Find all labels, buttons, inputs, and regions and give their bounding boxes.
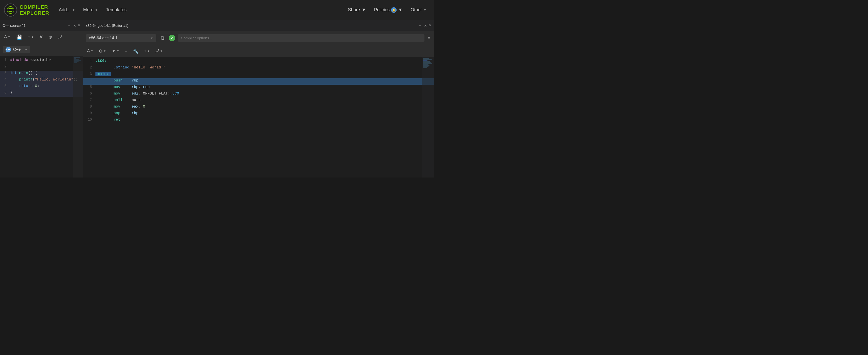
table-row: 2 .string "Hello, World!" xyxy=(83,65,434,72)
open-in-new-tab-button[interactable]: ⧉ xyxy=(159,34,166,42)
other-caret-icon: ▼ xyxy=(424,8,427,12)
table-row: 5 mov rbp, rsp xyxy=(83,85,434,91)
line-number: 5 xyxy=(0,84,10,88)
table-row: 8 mov eax, 0 xyxy=(83,104,434,111)
more-menu-button[interactable]: More ▼ xyxy=(80,5,101,14)
table-row: 6 mov edi, OFFSET FLAT:.LC0 xyxy=(83,91,434,98)
font-label: A xyxy=(87,48,90,54)
table-row: 9 pop rbp xyxy=(83,111,434,117)
line-number: 3 xyxy=(0,71,10,75)
line-content: mov eax, 0 xyxy=(95,105,145,109)
compiler-options-expand-button[interactable]: ▼ xyxy=(427,36,431,40)
share-button[interactable]: Share ▼ xyxy=(344,5,369,14)
language-selector-bar: C++ C++ ▼ xyxy=(0,43,83,56)
add-toolbar-caret-icon: ▼ xyxy=(31,36,34,38)
editor-pane-title: C++ source #1 xyxy=(2,24,66,28)
pin-button[interactable]: 🖊 xyxy=(57,34,64,40)
compiler-pencil-icon[interactable]: ✏ xyxy=(419,23,421,28)
asm-add-button[interactable]: + ▼ xyxy=(143,47,151,55)
table-row: 10 ret xyxy=(83,117,434,124)
asm-lines: 1 .LC0: 2 .string "Hello, World!" 3 main… xyxy=(83,57,434,126)
bell-notification-icon: 🔔 xyxy=(391,7,397,13)
add-menu-button[interactable]: Add... ▼ xyxy=(55,5,79,14)
filter-caret-icon: ▼ xyxy=(117,50,119,52)
line-content: } xyxy=(10,91,12,95)
save-file-button[interactable]: 💾 xyxy=(15,33,23,41)
font-caret-icon: ▼ xyxy=(8,36,10,38)
policies-button[interactable]: Policies 🔔 ▼ xyxy=(370,5,406,15)
line-content: push rbp xyxy=(95,78,138,83)
vim-mode-button[interactable]: V xyxy=(38,34,44,40)
compiler-options-input[interactable] xyxy=(178,34,425,42)
line-content: main: xyxy=(95,72,111,76)
asm-settings-button[interactable]: ⚙ ▼ xyxy=(97,47,107,55)
asm-view-button[interactable]: ≡ xyxy=(123,47,129,55)
table-row: 2 xyxy=(0,64,83,71)
compiler-close-button[interactable]: ✕ xyxy=(424,23,427,28)
checkmark-icon: ✓ xyxy=(171,36,173,40)
pin-icon: 🖊 xyxy=(155,49,159,54)
table-row: 7 call puts xyxy=(83,98,434,104)
compiler-selector[interactable]: x86-64 gcc 14.1 ▼ xyxy=(86,34,156,42)
editor-close-button[interactable]: ✕ xyxy=(73,23,76,28)
line-content: ret xyxy=(95,117,120,122)
asm-wrench-button[interactable]: 🔧 xyxy=(131,47,140,55)
line-number: 1 xyxy=(83,59,95,63)
wrap-lines-button[interactable]: ⊕ xyxy=(47,33,54,41)
editor-maximize-button[interactable]: ⧉ xyxy=(78,24,80,27)
line-number: 10 xyxy=(83,117,95,121)
navbar: COMPILEREXPLORER .logo-area .logo-text .… xyxy=(0,0,434,20)
pin-caret-icon: ▼ xyxy=(160,50,163,52)
templates-label: Templates xyxy=(106,7,127,12)
wrap-icon: ⊕ xyxy=(49,34,52,40)
settings-caret-icon: ▼ xyxy=(103,50,106,52)
asm-font-size-button[interactable]: A ▼ xyxy=(85,47,95,55)
add-icon: + xyxy=(144,48,147,54)
table-row: 5 return 0; xyxy=(0,84,83,90)
compiler-toolbar: A ▼ ⚙ ▼ ▼ ▼ ≡ 🔧 + ▼ 🖊 ▼ xyxy=(83,45,434,57)
line-number: 5 xyxy=(83,85,95,89)
editor-title-bar: C++ source #1 ✏ ✕ ⧉ xyxy=(0,20,83,31)
font-label: A xyxy=(4,34,7,40)
asm-pin-button[interactable]: 🖊 ▼ xyxy=(154,48,164,55)
font-size-button[interactable]: A ▼ xyxy=(2,33,12,41)
editor-pencil-icon[interactable]: ✏ xyxy=(68,23,70,28)
add-button[interactable]: + ▼ xyxy=(26,33,35,41)
more-label: More xyxy=(83,7,93,12)
asm-filter-button[interactable]: ▼ ▼ xyxy=(110,47,121,55)
table-row: 6 } xyxy=(0,90,83,97)
compiler-title-bar: x86-64 gcc 14.1 (Editor #1) ✏ ✕ ⧉ xyxy=(83,20,434,31)
line-content: return 0; xyxy=(10,84,39,88)
expand-caret-icon: ▼ xyxy=(427,36,431,40)
line-number: 3 xyxy=(83,72,95,76)
line-number: 2 xyxy=(0,64,10,68)
compiler-name-label: x86-64 gcc 14.1 xyxy=(89,36,118,40)
line-content: .string "Hello, World!" xyxy=(95,65,165,70)
save-icon: 💾 xyxy=(16,34,22,40)
line-content: mov rbp, rsp xyxy=(95,85,150,89)
compiler-pane: x86-64 gcc 14.1 (Editor #1) ✏ ✕ ⧉ x86-64… xyxy=(83,20,434,178)
line-content: mov edi, OFFSET FLAT:.LC0 xyxy=(95,92,179,96)
editor-code-area[interactable]: 1 #include <stdio.h> 2 3 int main() { 4 … xyxy=(0,56,83,178)
logo-text: COMPILEREXPLORER xyxy=(20,4,49,16)
templates-button[interactable]: Templates xyxy=(102,5,130,14)
external-link-icon: ⧉ xyxy=(161,35,164,41)
other-menu-button[interactable]: Other ▼ xyxy=(407,5,430,14)
table-row: 3 main: xyxy=(83,72,434,78)
line-content: .LC0: xyxy=(95,59,107,63)
vim-icon: V xyxy=(40,35,42,39)
add-icon: + xyxy=(28,34,31,40)
add-caret-icon: ▼ xyxy=(148,50,150,52)
settings-gear-icon: ⚙ xyxy=(99,48,103,54)
wrench-icon: 🔧 xyxy=(133,48,138,54)
line-number: 8 xyxy=(83,105,95,109)
compiler-maximize-button[interactable]: ⧉ xyxy=(429,24,431,27)
asm-code-area[interactable]: 1 .LC0: 2 .string "Hello, World!" 3 main… xyxy=(83,57,434,178)
language-caret-icon: ▼ xyxy=(25,48,27,51)
line-content: pop rbp xyxy=(95,111,138,115)
line-number: 2 xyxy=(83,65,95,69)
policies-caret-icon: ▼ xyxy=(398,7,403,12)
compiler-caret-icon: ▼ xyxy=(150,37,153,40)
language-selector[interactable]: C++ C++ ▼ xyxy=(3,46,30,54)
editor-toolbar: A ▼ 💾 + ▼ V ⊕ 🖊 xyxy=(0,31,83,43)
